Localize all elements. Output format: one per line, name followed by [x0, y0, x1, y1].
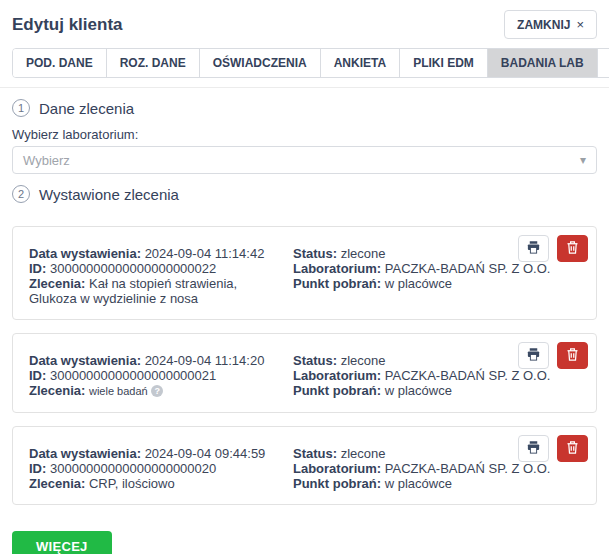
tab-pliki-edm[interactable]: PLIKI EDM [400, 49, 488, 77]
close-button[interactable]: ZAMKNIJ× [504, 10, 597, 39]
printer-icon [526, 347, 541, 365]
tab-pod-dane[interactable]: POD. DANE [13, 49, 107, 77]
lab-select-label: Wybierz laboratorium: [12, 127, 597, 142]
orders-list: Data wystawienia: 2024-09-04 11:14:42 ID… [12, 226, 597, 505]
printer-icon [526, 440, 541, 458]
step-2-title: Wystawione zlecenia [39, 186, 179, 203]
tab-oswiadczenia[interactable]: OŚWIADCZENIA [200, 49, 321, 77]
order-collection-point: Punkt pobrań: w placówce [293, 276, 580, 291]
tab-historia[interactable]: HISTORIA [598, 49, 609, 77]
chevron-down-icon: ▾ [580, 153, 586, 167]
order-card: Data wystawienia: 2024-09-04 11:14:42 ID… [12, 226, 597, 320]
order-collection-point: Punkt pobrań: w placówce [293, 383, 580, 398]
order-id: ID: 30000000000000000000020 [29, 461, 281, 476]
order-tests: Zlecenia: wiele badań ? [29, 383, 281, 399]
order-collection-point: Punkt pobrań: w placówce [293, 476, 580, 491]
tab-bar: POD. DANE ROZ. DANE OŚWIADCZENIA ANKIETA… [12, 48, 609, 78]
order-card: Data wystawienia: 2024-09-04 09:44:59 ID… [12, 426, 597, 505]
order-id: ID: 30000000000000000000022 [29, 261, 281, 276]
order-lab: Laboratorium: PACZKA-BADAŃ SP. Z O.O. [293, 461, 580, 476]
order-tests: Zlecenia: CRP, ilościowo [29, 476, 281, 491]
main-content: 1 Dane zlecenia Wybierz laboratorium: Wy… [0, 99, 609, 505]
tab-badania-lab[interactable]: BADANIA LAB [488, 49, 598, 77]
page-title: Edytuj klienta [12, 15, 123, 35]
print-button[interactable] [518, 342, 549, 369]
order-lab: Laboratorium: PACZKA-BADAŃ SP. Z O.O. [293, 368, 580, 383]
header-section: Edytuj klienta ZAMKNIJ× POD. DANE ROZ. D… [0, 0, 609, 88]
order-date: Data wystawienia: 2024-09-04 11:14:20 [29, 353, 281, 368]
step-1-heading: 1 Dane zlecenia [12, 99, 597, 117]
step-1-number: 1 [12, 99, 30, 117]
order-id: ID: 30000000000000000000021 [29, 368, 281, 383]
step-2-heading: 2 Wystawione zlecenia [12, 185, 597, 203]
delete-button[interactable] [557, 235, 588, 262]
lab-select[interactable]: Wybierz ▾ [12, 146, 597, 174]
trash-icon [565, 240, 580, 258]
step-2-number: 2 [12, 185, 30, 203]
more-button[interactable]: WIĘCEJ [12, 531, 112, 554]
print-button[interactable] [518, 435, 549, 462]
lab-select-placeholder: Wybierz [23, 153, 70, 168]
order-date: Data wystawienia: 2024-09-04 11:14:42 [29, 246, 281, 261]
print-button[interactable] [518, 235, 549, 262]
close-button-label: ZAMKNIJ [517, 18, 570, 32]
step-1-title: Dane zlecenia [39, 100, 134, 117]
delete-button[interactable] [557, 342, 588, 369]
close-icon: × [576, 17, 584, 32]
delete-button[interactable] [557, 435, 588, 462]
tab-roz-dane[interactable]: ROZ. DANE [107, 49, 200, 77]
trash-icon [565, 347, 580, 365]
order-date: Data wystawienia: 2024-09-04 09:44:59 [29, 446, 281, 461]
trash-icon [565, 440, 580, 458]
order-lab: Laboratorium: PACZKA-BADAŃ SP. Z O.O. [293, 261, 580, 276]
help-icon[interactable]: ? [151, 385, 163, 397]
order-card: Data wystawienia: 2024-09-04 11:14:20 ID… [12, 333, 597, 413]
order-tests: Zlecenia: Kał na stopień strawienia, Glu… [29, 276, 281, 306]
tab-ankieta[interactable]: ANKIETA [321, 49, 400, 77]
printer-icon [526, 240, 541, 258]
